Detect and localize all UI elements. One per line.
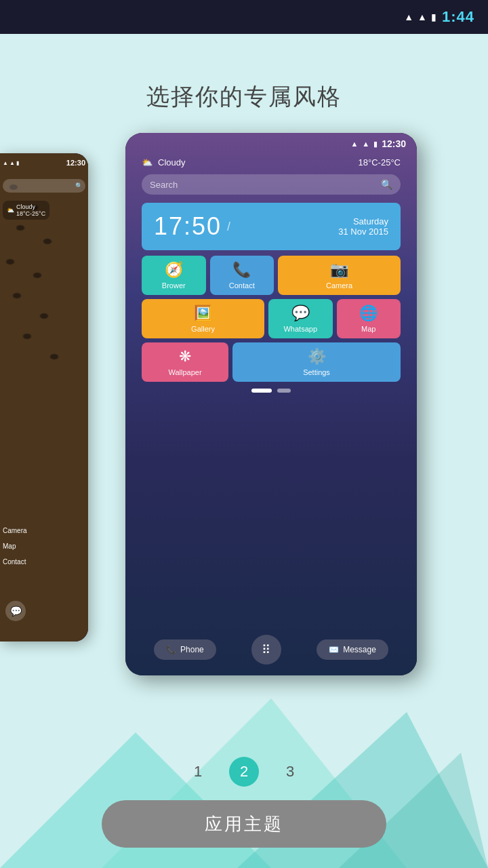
left-search: 🔍 (3, 179, 85, 193)
app-tile-map[interactable]: 🌐 Map (337, 299, 401, 338)
page-dot-1 (251, 389, 272, 393)
left-weather-icon: ⛅ (7, 207, 14, 214)
app-tile-whatsapp[interactable]: 💬 Whatsapp (268, 299, 333, 338)
camera-icon: 📷 (330, 261, 348, 279)
app-tile-camera[interactable]: 📷 Camera (278, 256, 401, 295)
whatsapp-icon: 💬 (291, 304, 310, 322)
status-time: 1:44 (442, 8, 474, 26)
wifi-icon: ▲ (404, 12, 413, 22)
contact-label: Contact (229, 281, 255, 290)
app-row-2: 🖼️ Gallery 💬 Whatsapp 🌐 Map (142, 299, 401, 338)
weather-left: ⛅ Cloudy (142, 157, 185, 167)
left-app-camera: Camera (3, 527, 27, 534)
main-status-bar: ▲ ▲ ▮ 12:30 (125, 133, 417, 155)
left-signal-icon: ▲ (9, 160, 15, 166)
main-battery-icon: ▮ (373, 140, 378, 149)
wallpaper-icon: ❋ (179, 348, 191, 366)
left-search-icon: 🔍 (75, 182, 83, 189)
status-bar: ▲ ▲ ▮ 1:44 (0, 0, 488, 34)
message-dock-label: Message (343, 645, 376, 654)
clock-date-num: 31 Nov 2015 (338, 226, 388, 237)
battery-icon: ▮ (431, 12, 436, 22)
page-title: 选择你的专属风格 (0, 81, 488, 113)
dock-message[interactable]: ✉️ Message (317, 639, 388, 660)
clock-divider-icon: / (227, 220, 230, 234)
left-status-icons: ▲ ▲ ▮ (3, 160, 19, 166)
phone-dock-label: Phone (180, 645, 204, 654)
search-icon: 🔍 (381, 179, 392, 190)
bottom-dock: 📞 Phone ⠿ ✉️ Message (125, 635, 417, 665)
left-wifi-icon: ▲ (3, 160, 8, 166)
app-tile-wallpaper[interactable]: ❋ Wallpaper (142, 342, 228, 382)
wallpaper-label: Wallpaper (168, 368, 201, 376)
main-search-bar[interactable]: Search 🔍 (142, 174, 401, 195)
app-grid: 🧭 Brower 📞 Contact 📷 Camera 🖼️ (142, 256, 401, 382)
grid-icon: ⠿ (262, 642, 270, 657)
phone-left-screen: ▲ ▲ ▮ 12:30 🔍 ⛅ Cloudy 18°C-25°C (0, 153, 88, 642)
app-tile-contact[interactable]: 📞 Contact (210, 256, 274, 295)
app-tile-settings[interactable]: ⚙️ Settings (232, 342, 401, 382)
phone-main: ▲ ▲ ▮ 12:30 ⛅ Cloudy 18°C-25°C Search 🔍 (125, 133, 417, 675)
left-app-contact: Contact (3, 558, 27, 566)
main-status-time: 12:30 (382, 138, 406, 149)
contact-icon: 📞 (232, 261, 251, 279)
page-num-2[interactable]: 2 (229, 757, 259, 787)
page-num-1[interactable]: 1 (183, 757, 213, 787)
left-weather-temp: 18°C-25°C (16, 210, 45, 217)
page-dots (125, 389, 417, 393)
left-chat-icon: 💬 (5, 601, 26, 621)
weather-condition: Cloudy (158, 157, 185, 167)
app-row-1: 🧭 Brower 📞 Contact 📷 Camera (142, 256, 401, 295)
signal-icon: ▲ (418, 12, 427, 22)
pagination: 1 2 3 (0, 757, 488, 787)
main-wifi-icon: ▲ (350, 140, 358, 148)
app-row-3: ❋ Wallpaper ⚙️ Settings (142, 342, 401, 382)
left-app-map: Map (3, 542, 27, 550)
browser-label: Brower (162, 281, 186, 290)
clock-display: 17:50 / (154, 212, 236, 241)
status-icons: ▲ ▲ ▮ (404, 12, 436, 22)
chat-bubble-icon: 💬 (10, 606, 22, 616)
phone-dock-icon: 📞 (166, 645, 176, 654)
clock-tile: 17:50 / Saturday 31 Nov 2015 (142, 203, 401, 250)
page-dot-2 (277, 389, 291, 393)
weather-temp: 18°C-25°C (359, 157, 401, 167)
left-status: ▲ ▲ ▮ 12:30 (3, 159, 85, 167)
browser-icon: 🧭 (165, 261, 183, 279)
phone-left: ▲ ▲ ▮ 12:30 🔍 ⛅ Cloudy 18°C-25°C (0, 153, 88, 642)
page-num-3[interactable]: 3 (275, 757, 305, 787)
weather-row: ⛅ Cloudy 18°C-25°C (125, 155, 417, 170)
settings-label: Settings (303, 368, 330, 376)
app-tile-browser[interactable]: 🧭 Brower (142, 256, 206, 295)
gallery-icon: 🖼️ (194, 304, 212, 322)
left-apps: Camera Map Contact (3, 527, 27, 574)
weather-cloud-icon: ⛅ (142, 157, 152, 167)
app-tile-gallery[interactable]: 🖼️ Gallery (142, 299, 264, 338)
left-weather-condition: Cloudy (16, 203, 45, 210)
map-icon: 🌐 (359, 304, 378, 322)
map-label: Map (361, 325, 375, 333)
search-placeholder-text: Search (150, 180, 178, 190)
dock-grid-button[interactable]: ⠿ (251, 635, 281, 665)
mockup-container: ▲ ▲ ▮ 12:30 🔍 ⛅ Cloudy 18°C-25°C (0, 133, 488, 689)
settings-icon: ⚙️ (308, 348, 326, 366)
clock-day: Saturday (338, 216, 388, 226)
left-battery-icon: ▮ (16, 160, 19, 166)
whatsapp-label: Whatsapp (283, 325, 317, 333)
apply-theme-label: 应用主题 (205, 812, 283, 836)
clock-date: Saturday 31 Nov 2015 (338, 216, 388, 237)
left-weather: ⛅ Cloudy 18°C-25°C (3, 201, 49, 220)
dock-phone[interactable]: 📞 Phone (154, 639, 216, 660)
apply-theme-button[interactable]: 应用主题 (102, 800, 386, 848)
message-dock-icon: ✉️ (329, 645, 339, 654)
phone-main-screen: ▲ ▲ ▮ 12:30 ⛅ Cloudy 18°C-25°C Search 🔍 (125, 133, 417, 675)
camera-label: Camera (326, 281, 352, 290)
main-signal-icon: ▲ (362, 140, 369, 148)
left-status-time: 12:30 (66, 159, 85, 167)
clock-time: 17:50 (154, 212, 222, 241)
gallery-label: Gallery (191, 325, 215, 333)
